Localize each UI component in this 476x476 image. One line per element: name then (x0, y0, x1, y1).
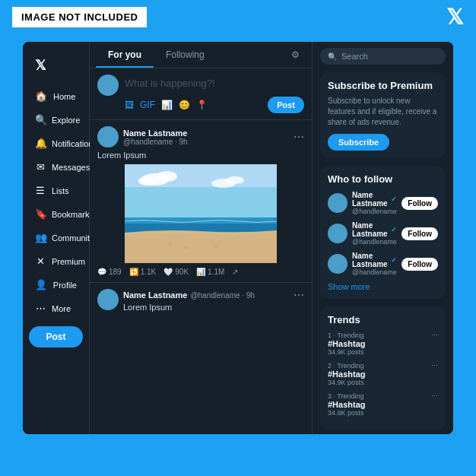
follow-button-3[interactable]: Follow (401, 258, 438, 271)
trends-card: Trends 1 · Trending ⋯ #Hashtag 34.9K pos… (320, 306, 446, 430)
tweet-1-user-info: Name Lastname @handlename · 9h (123, 129, 188, 146)
premium-title: Subscribe to Premium (328, 80, 438, 91)
tab-for-you[interactable]: For you (96, 42, 154, 68)
tweet-2-name: Name Lastname (123, 290, 187, 300)
search-placeholder: Search (341, 52, 368, 61)
feed-tabs: For you Following ⚙ (90, 42, 312, 68)
follow-item-1: Name Lastname ✓ @handlename Follow (328, 191, 438, 215)
verified-badge-2: ✓ (391, 226, 397, 233)
follow-avatar-3 (328, 254, 347, 274)
sidebar-item-lists[interactable]: ☰ Lists (29, 180, 83, 201)
tweet-2-text: Lorem Ipsum (123, 303, 304, 312)
main-feed: For you Following ⚙ What is happening?! … (90, 42, 313, 434)
banner-label: IMAGE NOT INCLUDED (12, 7, 147, 27)
verified-badge-1: ✓ (391, 195, 397, 203)
sidebar-item-communities[interactable]: 👥 Communities (29, 227, 83, 248)
compose-placeholder[interactable]: What is happening?! (125, 75, 304, 92)
follow-avatar-2 (328, 224, 347, 243)
tweet-1-avatar (97, 126, 119, 148)
follow-name-2: Name Lastname ✓ (352, 221, 397, 238)
gif-icon[interactable]: GIF (140, 100, 155, 110)
trend-item-1: 1 · Trending ⋯ #Hashtag 34.9K posts (328, 332, 438, 356)
follow-button-2[interactable]: Follow (401, 227, 438, 240)
follow-name-3: Name Lastname ✓ (352, 252, 397, 268)
subscribe-button[interactable]: Subscribe (328, 134, 389, 151)
search-icon: 🔍 (328, 52, 337, 61)
trend-1-posts: 34.9K posts (328, 348, 438, 356)
follow-item-3: Name Lastname ✓ @handlename Follow (328, 252, 438, 276)
follow-handle-2: @handlename (352, 238, 397, 246)
compose-post-button[interactable]: Post (268, 97, 304, 113)
gear-icon[interactable]: ⚙ (285, 43, 306, 66)
follow-button-1[interactable]: Follow (401, 197, 438, 210)
x-logo-top: 𝕏 (446, 7, 464, 28)
trend-3-meta: 3 · Trending (328, 392, 364, 400)
sidebar-item-explore-label: Explore (52, 116, 80, 125)
premium-icon: ✕ (35, 255, 46, 267)
sidebar-item-home-label: Home (53, 92, 75, 101)
trend-2-hashtag: #Hashtag (328, 370, 438, 379)
sidebar-logo: 𝕏 (29, 51, 83, 80)
trend-item-2: 2 · Trending ⋯ #Hashtag 34.9K posts (328, 362, 438, 386)
premium-description: Subscribe to unlock new features and if … (328, 96, 438, 128)
trend-3-more-icon[interactable]: ⋯ (431, 392, 438, 400)
tweet-reply-action[interactable]: 💬 189 (97, 268, 122, 276)
home-icon: 🏠 (35, 90, 47, 102)
tweet-like-action[interactable]: 🤍 90K (163, 268, 189, 276)
sidebar-item-notifications[interactable]: 🔔 Notifications (29, 133, 83, 154)
reply-icon: 💬 (97, 268, 106, 276)
tweet-1-text: Lorem Ipsum (97, 151, 304, 160)
tweet-retweet-action[interactable]: 🔁 1.1K (129, 268, 157, 276)
tweet-2: Name Lastname @handlename · 9h ⋯ Lorem I… (90, 283, 312, 322)
follow-info-1: Name Lastname ✓ @handlename (352, 191, 397, 215)
trend-1-meta: 1 · Trending (328, 332, 364, 339)
sidebar-item-profile[interactable]: 👤 Profile (29, 274, 83, 295)
who-to-follow-card: Who to follow Name Lastname ✓ @handlenam… (320, 166, 446, 299)
tweet-2-header: Name Lastname @handlename · 9h ⋯ (123, 289, 304, 301)
like-icon: 🤍 (163, 268, 173, 276)
sidebar-item-bookmarks[interactable]: 🔖 Bookmarks (29, 204, 83, 224)
trend-1-hashtag: #Hashtag (328, 339, 438, 348)
sidebar-item-explore[interactable]: 🔍 Explore (29, 109, 83, 130)
location-icon[interactable]: 📍 (196, 100, 208, 110)
tab-following[interactable]: Following (154, 42, 217, 68)
lists-icon: ☰ (35, 185, 46, 196)
svg-point-9 (168, 243, 173, 246)
tweet-1: Name Lastname @handlename · 9h ⋯ Lorem I… (90, 120, 312, 283)
sidebar-item-profile-label: Profile (53, 281, 77, 290)
bookmarks-icon: 🔖 (35, 208, 46, 220)
emoji-icon[interactable]: 😊 (179, 100, 190, 110)
image-icon[interactable]: 🖼 (125, 100, 134, 110)
trend-2-posts: 34.9K posts (328, 379, 438, 386)
trend-3-hashtag: #Hashtag (328, 400, 438, 409)
follow-name-1: Name Lastname ✓ (352, 191, 397, 208)
compose-avatar (97, 75, 119, 96)
svg-point-3 (156, 171, 177, 182)
show-more-link[interactable]: Show more (328, 282, 438, 291)
sidebar-item-messages[interactable]: ✉ Messages (29, 157, 83, 177)
beach-svg (97, 164, 304, 263)
compose-input-area: What is happening?! 🖼 GIF 📊 😊 📍 Post (125, 75, 304, 113)
svg-point-6 (226, 176, 244, 184)
follow-item-2: Name Lastname ✓ @handlename Follow (328, 221, 438, 246)
post-button[interactable]: Post (29, 326, 83, 347)
tweet-2-more-icon[interactable]: ⋯ (294, 289, 304, 301)
trend-2-more-icon[interactable]: ⋯ (431, 362, 438, 370)
search-bar[interactable]: 🔍 Search (320, 48, 446, 65)
sidebar-item-premium[interactable]: ✕ Premium (29, 251, 83, 271)
trends-title: Trends (328, 314, 438, 325)
trend-1-more-icon[interactable]: ⋯ (431, 332, 438, 339)
sidebar-item-home[interactable]: 🏠 Home (29, 86, 83, 106)
sidebar-item-more[interactable]: ⋯ More (29, 298, 83, 319)
messages-icon: ✉ (35, 161, 46, 173)
svg-point-4 (138, 176, 157, 186)
follow-handle-1: @handlename (352, 208, 397, 215)
notifications-icon: 🔔 (35, 138, 46, 149)
tweet-1-more-icon[interactable]: ⋯ (294, 131, 304, 143)
profile-icon: 👤 (35, 279, 47, 290)
premium-card: Subscribe to Premium Subscribe to unlock… (320, 72, 446, 158)
tweet-views-action[interactable]: 📊 1.1M (196, 268, 224, 276)
poll-icon[interactable]: 📊 (161, 100, 173, 110)
tweet-share-action[interactable]: ↗ (232, 268, 238, 276)
trend-2-meta: 2 · Trending (328, 362, 364, 370)
